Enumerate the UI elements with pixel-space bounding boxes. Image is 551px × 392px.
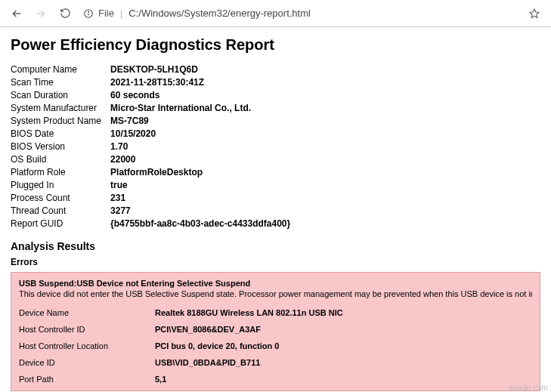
back-button[interactable]: [6, 3, 27, 24]
meta-value: 231: [110, 191, 290, 204]
svg-point-4: [88, 11, 89, 12]
forward-button[interactable]: [30, 3, 51, 24]
meta-value: MS-7C89: [110, 114, 290, 127]
error-description: This device did not enter the USB Select…: [19, 289, 532, 298]
meta-row: Process Count231: [11, 191, 290, 204]
error-row: Host Controller LocationPCI bus 0, devic…: [19, 338, 343, 354]
meta-label: Scan Duration: [11, 88, 110, 101]
error-row-label: Device ID: [19, 354, 155, 371]
info-icon: [83, 8, 94, 19]
report-content: Power Efficiency Diagnostics Report Comp…: [0, 27, 551, 392]
meta-row: BIOS Date10/15/2020: [11, 127, 290, 140]
url-path: C:/Windows/System32/energy-report.html: [128, 8, 516, 19]
meta-label: System Product Name: [11, 114, 110, 127]
meta-value: Micro-Star International Co., Ltd.: [110, 101, 290, 114]
error-box: USB Suspend:USB Device not Entering Sele…: [11, 272, 540, 391]
meta-label: Report GUID: [11, 217, 110, 230]
error-row-value: PCI bus 0, device 20, function 0: [155, 338, 343, 354]
meta-value: {b4755bbf-aa8c-4b03-adec-c4433ddfa400}: [110, 217, 290, 230]
svg-marker-5: [530, 9, 539, 17]
url-scheme-label: File: [98, 8, 114, 19]
error-row-label: Host Controller Location: [19, 338, 155, 354]
meta-label: Scan Time: [11, 76, 110, 88]
meta-label: Computer Name: [11, 63, 110, 76]
error-row-value: 5,1: [155, 371, 343, 387]
meta-label: System Manufacturer: [11, 101, 110, 114]
error-title: USB Suspend:USB Device not Entering Sele…: [19, 279, 532, 288]
arrow-left-icon: [11, 8, 23, 20]
meta-row: System ManufacturerMicro-Star Internatio…: [11, 101, 290, 114]
errors-heading: Errors: [11, 257, 540, 267]
error-row-value: Realtek 8188GU Wireless LAN 802.11n USB …: [155, 304, 343, 321]
refresh-button[interactable]: [54, 3, 76, 24]
meta-label: Process Count: [11, 191, 110, 204]
system-meta-table: Computer NameDESKTOP-5LH1Q6DScan Time202…: [11, 63, 290, 230]
meta-value: PlatformRoleDesktop: [110, 165, 290, 178]
analysis-results-heading: Analysis Results: [11, 240, 540, 252]
error-row-label: Host Controller ID: [19, 321, 155, 338]
meta-row: Thread Count3277: [11, 204, 290, 217]
watermark: wsxdn.com: [509, 384, 548, 392]
meta-label: Platform Role: [11, 165, 110, 178]
meta-row: System Product NameMS-7C89: [11, 114, 290, 127]
error-row: Device IDUSB\VID_0BDA&PID_B711: [19, 354, 343, 371]
meta-value: true: [110, 178, 290, 191]
error-row-label: Port Path: [19, 371, 155, 387]
meta-row: OS Build22000: [11, 153, 290, 165]
meta-value: 1.70: [110, 140, 290, 153]
meta-label: BIOS Date: [11, 127, 110, 140]
meta-label: Plugged In: [11, 178, 110, 191]
meta-row: BIOS Version1.70: [11, 140, 290, 153]
meta-row: Computer NameDESKTOP-5LH1Q6D: [11, 63, 290, 76]
meta-value: 22000: [110, 153, 290, 165]
error-row: Device NameRealtek 8188GU Wireless LAN 8…: [19, 304, 343, 321]
meta-row: Report GUID{b4755bbf-aa8c-4b03-adec-c443…: [11, 217, 290, 230]
error-row-label: Device Name: [19, 304, 155, 321]
page-title: Power Efficiency Diagnostics Report: [11, 36, 540, 54]
url-separator: |: [120, 8, 122, 19]
meta-value: 10/15/2020: [110, 127, 290, 140]
error-row-value: PCI\VEN_8086&DEV_A3AF: [155, 321, 343, 338]
meta-label: OS Build: [11, 153, 110, 165]
meta-value: 2021-11-28T15:30:41Z: [110, 76, 290, 88]
error-row-value: USB\VID_0BDA&PID_B711: [155, 354, 343, 371]
browser-toolbar: File | C:/Windows/System32/energy-report…: [0, 0, 551, 27]
meta-label: Thread Count: [11, 204, 110, 217]
meta-row: Scan Time2021-11-28T15:30:41Z: [11, 76, 290, 88]
address-bar[interactable]: File | C:/Windows/System32/energy-report…: [83, 3, 516, 24]
meta-value: 3277: [110, 204, 290, 217]
meta-row: Plugged Intrue: [11, 178, 290, 191]
meta-row: Platform RolePlatformRoleDesktop: [11, 165, 290, 178]
error-row: Port Path5,1: [19, 371, 343, 387]
meta-label: BIOS Version: [11, 140, 110, 153]
star-icon: [528, 8, 540, 20]
meta-row: Scan Duration60 seconds: [11, 88, 290, 101]
refresh-icon: [60, 8, 71, 19]
meta-value: DESKTOP-5LH1Q6D: [110, 63, 290, 76]
favorite-button[interactable]: [524, 3, 545, 24]
error-row: Host Controller IDPCI\VEN_8086&DEV_A3AF: [19, 321, 343, 338]
error-details-table: Device NameRealtek 8188GU Wireless LAN 8…: [19, 304, 343, 387]
meta-value: 60 seconds: [110, 88, 290, 101]
arrow-right-icon: [35, 8, 47, 20]
